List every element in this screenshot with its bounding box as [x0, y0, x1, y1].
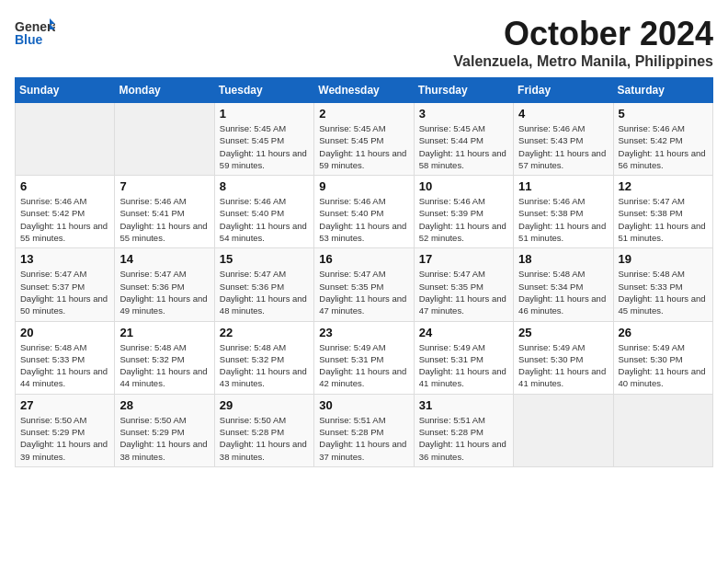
day-info: Sunrise: 5:46 AMSunset: 5:39 PMDaylight:…	[419, 195, 508, 244]
calendar-cell: 30Sunrise: 5:51 AMSunset: 5:28 PMDayligh…	[314, 394, 414, 466]
day-info: Sunrise: 5:45 AMSunset: 5:45 PMDaylight:…	[319, 122, 408, 171]
calendar-cell	[514, 394, 613, 466]
day-info: Sunrise: 5:48 AMSunset: 5:32 PMDaylight:…	[119, 341, 209, 390]
calendar-cell	[613, 394, 712, 466]
day-number: 29	[220, 398, 309, 412]
calendar-cell: 18Sunrise: 5:48 AMSunset: 5:34 PMDayligh…	[514, 248, 613, 321]
day-info: Sunrise: 5:48 AMSunset: 5:34 PMDaylight:…	[518, 268, 608, 316]
calendar-cell: 11Sunrise: 5:46 AMSunset: 5:38 PMDayligh…	[514, 176, 613, 248]
calendar-cell: 4Sunrise: 5:46 AMSunset: 5:43 PMDaylight…	[514, 103, 613, 176]
day-number: 4	[518, 107, 608, 121]
day-number: 13	[20, 252, 109, 266]
title-block: October 2024 Valenzuela, Metro Manila, P…	[453, 15, 713, 70]
calendar-cell: 17Sunrise: 5:47 AMSunset: 5:35 PMDayligh…	[414, 248, 513, 321]
header-thursday: Thursday	[414, 78, 513, 103]
calendar-cell: 24Sunrise: 5:49 AMSunset: 5:31 PMDayligh…	[414, 321, 513, 394]
calendar-cell: 1Sunrise: 5:45 AMSunset: 5:45 PMDaylight…	[214, 103, 313, 176]
calendar-cell: 26Sunrise: 5:49 AMSunset: 5:30 PMDayligh…	[613, 321, 712, 394]
calendar-cell: 10Sunrise: 5:46 AMSunset: 5:39 PMDayligh…	[414, 176, 513, 248]
day-number: 15	[220, 252, 309, 266]
day-info: Sunrise: 5:50 AMSunset: 5:29 PMDaylight:…	[20, 414, 109, 463]
calendar-cell: 20Sunrise: 5:48 AMSunset: 5:33 PMDayligh…	[16, 321, 115, 394]
header-monday: Monday	[115, 78, 214, 103]
day-number: 9	[319, 179, 408, 193]
calendar-cell: 15Sunrise: 5:47 AMSunset: 5:36 PMDayligh…	[214, 248, 313, 321]
day-number: 2	[319, 107, 408, 121]
calendar-cell: 16Sunrise: 5:47 AMSunset: 5:35 PMDayligh…	[314, 248, 414, 321]
day-number: 12	[619, 179, 708, 193]
day-info: Sunrise: 5:49 AMSunset: 5:31 PMDaylight:…	[319, 341, 408, 390]
calendar-table: Sunday Monday Tuesday Wednesday Thursday…	[15, 77, 713, 467]
calendar-cell: 28Sunrise: 5:50 AMSunset: 5:29 PMDayligh…	[115, 394, 214, 466]
calendar-cell: 5Sunrise: 5:46 AMSunset: 5:42 PMDaylight…	[613, 103, 712, 176]
calendar-cell: 12Sunrise: 5:47 AMSunset: 5:38 PMDayligh…	[613, 176, 712, 248]
day-number: 17	[419, 252, 508, 266]
calendar-week-3: 13Sunrise: 5:47 AMSunset: 5:37 PMDayligh…	[16, 248, 713, 321]
calendar-cell: 19Sunrise: 5:48 AMSunset: 5:33 PMDayligh…	[613, 248, 712, 321]
day-number: 7	[119, 179, 209, 193]
day-info: Sunrise: 5:48 AMSunset: 5:32 PMDaylight:…	[220, 341, 309, 390]
day-info: Sunrise: 5:51 AMSunset: 5:28 PMDaylight:…	[419, 414, 508, 463]
calendar-cell: 23Sunrise: 5:49 AMSunset: 5:31 PMDayligh…	[314, 321, 414, 394]
day-number: 25	[518, 326, 608, 339]
day-info: Sunrise: 5:49 AMSunset: 5:30 PMDaylight:…	[518, 341, 608, 390]
day-info: Sunrise: 5:46 AMSunset: 5:40 PMDaylight:…	[220, 195, 309, 244]
day-number: 22	[220, 326, 309, 339]
day-number: 16	[319, 252, 408, 266]
calendar-cell: 8Sunrise: 5:46 AMSunset: 5:40 PMDaylight…	[214, 176, 313, 248]
calendar-cell: 7Sunrise: 5:46 AMSunset: 5:41 PMDaylight…	[115, 176, 214, 248]
calendar-cell: 13Sunrise: 5:47 AMSunset: 5:37 PMDayligh…	[16, 248, 115, 321]
header-tuesday: Tuesday	[214, 78, 313, 103]
calendar-cell: 31Sunrise: 5:51 AMSunset: 5:28 PMDayligh…	[414, 394, 513, 466]
header-saturday: Saturday	[613, 78, 712, 103]
svg-text:Blue: Blue	[15, 32, 43, 47]
day-number: 27	[20, 398, 109, 412]
day-number: 19	[619, 252, 708, 266]
day-info: Sunrise: 5:50 AMSunset: 5:29 PMDaylight:…	[119, 414, 209, 463]
calendar-week-1: 1Sunrise: 5:45 AMSunset: 5:45 PMDaylight…	[16, 103, 713, 176]
day-number: 8	[220, 179, 309, 193]
day-number: 20	[20, 326, 109, 339]
day-number: 31	[419, 398, 508, 412]
location-title: Valenzuela, Metro Manila, Philippines	[453, 53, 713, 70]
day-number: 11	[518, 179, 608, 193]
calendar-week-2: 6Sunrise: 5:46 AMSunset: 5:42 PMDaylight…	[16, 176, 713, 248]
header-wednesday: Wednesday	[314, 78, 414, 103]
day-number: 6	[20, 179, 109, 193]
calendar-cell: 25Sunrise: 5:49 AMSunset: 5:30 PMDayligh…	[514, 321, 613, 394]
day-number: 28	[119, 398, 209, 412]
page-header: General Blue October 2024 Valenzuela, Me…	[15, 15, 713, 70]
day-number: 10	[419, 179, 508, 193]
day-info: Sunrise: 5:48 AMSunset: 5:33 PMDaylight:…	[20, 341, 109, 390]
day-number: 23	[319, 326, 408, 339]
day-info: Sunrise: 5:47 AMSunset: 5:38 PMDaylight:…	[619, 195, 708, 244]
day-info: Sunrise: 5:46 AMSunset: 5:41 PMDaylight:…	[119, 195, 209, 244]
calendar-cell: 9Sunrise: 5:46 AMSunset: 5:40 PMDaylight…	[314, 176, 414, 248]
day-info: Sunrise: 5:45 AMSunset: 5:45 PMDaylight:…	[220, 122, 309, 171]
calendar-week-5: 27Sunrise: 5:50 AMSunset: 5:29 PMDayligh…	[16, 394, 713, 466]
day-number: 21	[119, 326, 209, 339]
calendar-cell: 2Sunrise: 5:45 AMSunset: 5:45 PMDaylight…	[314, 103, 414, 176]
day-info: Sunrise: 5:46 AMSunset: 5:40 PMDaylight:…	[319, 195, 408, 244]
day-info: Sunrise: 5:47 AMSunset: 5:36 PMDaylight:…	[220, 268, 309, 316]
calendar-cell: 22Sunrise: 5:48 AMSunset: 5:32 PMDayligh…	[214, 321, 313, 394]
weekday-header-row: Sunday Monday Tuesday Wednesday Thursday…	[16, 78, 713, 103]
day-info: Sunrise: 5:46 AMSunset: 5:43 PMDaylight:…	[518, 122, 608, 171]
day-info: Sunrise: 5:45 AMSunset: 5:44 PMDaylight:…	[419, 122, 508, 171]
day-number: 18	[518, 252, 608, 266]
calendar-cell: 14Sunrise: 5:47 AMSunset: 5:36 PMDayligh…	[115, 248, 214, 321]
day-info: Sunrise: 5:50 AMSunset: 5:28 PMDaylight:…	[220, 414, 309, 463]
calendar-cell	[115, 103, 214, 176]
logo: General Blue	[15, 15, 55, 48]
day-info: Sunrise: 5:49 AMSunset: 5:30 PMDaylight:…	[619, 341, 708, 390]
day-info: Sunrise: 5:47 AMSunset: 5:37 PMDaylight:…	[20, 268, 109, 316]
day-info: Sunrise: 5:46 AMSunset: 5:42 PMDaylight:…	[20, 195, 109, 244]
day-info: Sunrise: 5:47 AMSunset: 5:35 PMDaylight:…	[319, 268, 408, 316]
calendar-cell	[16, 103, 115, 176]
day-number: 5	[619, 107, 708, 121]
day-info: Sunrise: 5:48 AMSunset: 5:33 PMDaylight:…	[619, 268, 708, 316]
calendar-cell: 3Sunrise: 5:45 AMSunset: 5:44 PMDaylight…	[414, 103, 513, 176]
day-info: Sunrise: 5:49 AMSunset: 5:31 PMDaylight:…	[419, 341, 508, 390]
day-info: Sunrise: 5:47 AMSunset: 5:35 PMDaylight:…	[419, 268, 508, 316]
day-info: Sunrise: 5:47 AMSunset: 5:36 PMDaylight:…	[119, 268, 209, 316]
